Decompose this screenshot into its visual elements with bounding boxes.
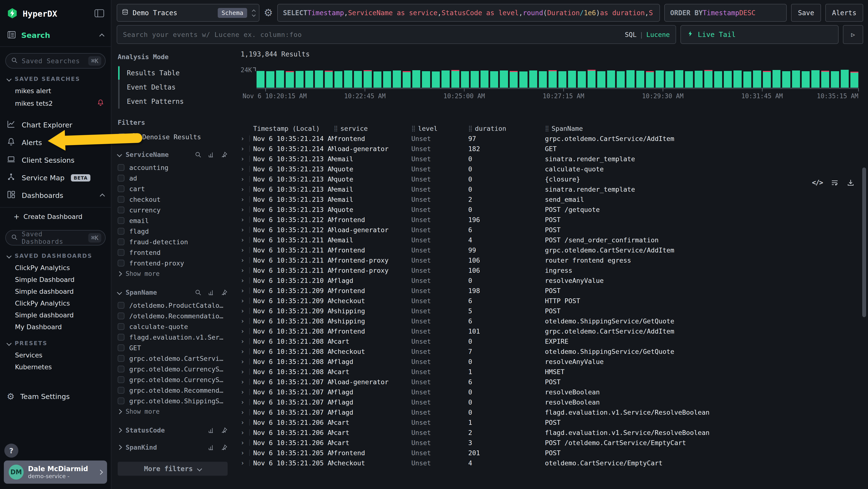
- checkbox[interactable]: [118, 313, 124, 319]
- column-header-timestamp-local-[interactable]: Timestamp (Local): [253, 125, 334, 132]
- row-expand-chevron[interactable]: ›: [241, 185, 249, 193]
- checkbox[interactable]: [118, 228, 124, 235]
- row-expand-chevron[interactable]: ›: [241, 327, 249, 335]
- histogram-bar[interactable]: [734, 70, 741, 88]
- histogram-bar[interactable]: [802, 71, 810, 88]
- checkbox[interactable]: [118, 238, 124, 245]
- sidebar-section-search[interactable]: Search: [0, 26, 111, 46]
- bar-chart-icon[interactable]: [208, 427, 215, 434]
- checkbox[interactable]: [118, 366, 124, 372]
- order-by-input[interactable]: ORDER BY Timestamp DESC: [664, 4, 787, 22]
- servicename-option[interactable]: checkout: [118, 194, 227, 205]
- histogram-bar[interactable]: [539, 71, 547, 88]
- row-expand-chevron[interactable]: ›: [241, 338, 249, 345]
- histogram-bar[interactable]: [296, 71, 304, 88]
- download-icon[interactable]: [847, 179, 855, 186]
- histogram-bar[interactable]: [792, 70, 800, 88]
- table-row[interactable]: ›Nov 6 10:35:21.208 AMfrontendUnset101gr…: [241, 326, 858, 336]
- language-toggle[interactable]: SQL|Lucene: [625, 31, 670, 38]
- table-row[interactable]: ›Nov 6 10:35:21.211 AMfrontend-proxyUnse…: [241, 265, 858, 276]
- code-view-icon[interactable]: </>: [812, 179, 823, 186]
- sidebar-collapse-icon[interactable]: [94, 9, 104, 18]
- histogram-bar[interactable]: [588, 70, 595, 88]
- histogram-bar[interactable]: [256, 71, 265, 88]
- table-row[interactable]: ›Nov 6 10:35:21.208 AMcartUnset1HMSET: [241, 367, 858, 377]
- table-row[interactable]: ›Nov 6 10:35:21.209 AMfrontendUnset198PO…: [241, 286, 858, 296]
- histogram-bar[interactable]: [422, 71, 430, 88]
- preset-item[interactable]: Kubernetes: [0, 361, 111, 373]
- column-header-level[interactable]: ⣿level: [411, 125, 468, 132]
- sidebar-item-dashboards[interactable]: Dashboards: [0, 186, 111, 204]
- row-expand-chevron[interactable]: ›: [241, 368, 249, 375]
- histogram-bar[interactable]: [315, 70, 323, 88]
- saved-dashboard-item[interactable]: ClickPy Analytics: [0, 297, 111, 309]
- histogram-bar[interactable]: [704, 70, 712, 88]
- filter-group-servicename[interactable]: ServiceName: [118, 151, 227, 158]
- table-row[interactable]: ›Nov 6 10:35:21.207 AMflagdUnset0flagd.e…: [241, 407, 858, 417]
- histogram-bar[interactable]: [850, 72, 858, 88]
- histogram-bar[interactable]: [675, 70, 683, 88]
- drag-handle-icon[interactable]: ⣿: [411, 125, 415, 132]
- histogram-bar[interactable]: [461, 71, 469, 88]
- servicename-option[interactable]: flagd: [118, 226, 227, 236]
- histogram-bar[interactable]: [452, 70, 459, 88]
- table-row[interactable]: ›Nov 6 10:35:21.206 AMcartUnset2flagd.ev…: [241, 427, 858, 438]
- saved-searches-header[interactable]: SAVED SEARCHES: [0, 73, 111, 85]
- sidebar-item-team-settings[interactable]: ⚙ Team Settings: [0, 389, 111, 405]
- spanname-option[interactable]: grpc.oteldemo.CurrencyS…: [118, 364, 227, 374]
- histogram-bar[interactable]: [510, 71, 518, 88]
- analysis-mode-event-deltas[interactable]: Event Deltas: [120, 80, 227, 94]
- wrap-lines-icon[interactable]: [831, 179, 839, 186]
- denoise-results-option[interactable]: Denoise Results: [118, 133, 227, 141]
- histogram-bar[interactable]: [665, 71, 674, 88]
- table-row[interactable]: ›Nov 6 10:35:21.214 AMfrontendUnset97grp…: [241, 134, 858, 144]
- histogram-bar[interactable]: [364, 70, 372, 88]
- event-search-input[interactable]: Search your events w/ Lucene ex. column:…: [117, 25, 676, 44]
- pin-icon[interactable]: [221, 444, 227, 451]
- table-row[interactable]: ›Nov 6 10:35:21.212 AMfrontendUnset196PO…: [241, 214, 858, 225]
- checkbox[interactable]: [118, 196, 124, 203]
- histogram-bar[interactable]: [607, 70, 615, 88]
- histogram-bar[interactable]: [471, 71, 478, 88]
- row-expand-chevron[interactable]: ›: [241, 307, 249, 315]
- histogram-bar[interactable]: [354, 71, 362, 88]
- spanname-option[interactable]: grpc.oteldemo.ShippingS…: [118, 396, 227, 406]
- histogram-bar[interactable]: [441, 70, 450, 88]
- save-button[interactable]: Save: [791, 4, 821, 22]
- servicename-option[interactable]: email: [118, 215, 227, 226]
- histogram-bar[interactable]: [646, 71, 654, 88]
- table-row[interactable]: ›Nov 6 10:35:21.213 AMquoteUnset0calcula…: [241, 164, 858, 174]
- spanname-option[interactable]: calculate-quote: [118, 321, 227, 332]
- row-expand-chevron[interactable]: ›: [241, 378, 249, 385]
- histogram-bar[interactable]: [480, 70, 489, 88]
- row-expand-chevron[interactable]: ›: [241, 247, 249, 254]
- servicename-option[interactable]: accounting: [118, 162, 227, 173]
- servicename-option[interactable]: currency: [118, 205, 227, 215]
- checkbox[interactable]: [118, 185, 124, 192]
- histogram-bar[interactable]: [578, 71, 586, 88]
- table-row[interactable]: ›Nov 6 10:35:21.213 AMquoteUnset0{closur…: [241, 174, 858, 184]
- row-expand-chevron[interactable]: ›: [241, 297, 249, 304]
- histogram-bar[interactable]: [626, 70, 634, 88]
- user-menu[interactable]: DM Dale McDiarmid demo-service -: [4, 461, 107, 484]
- saved-dashboard-item[interactable]: Simple Dashboard: [0, 274, 111, 286]
- row-expand-chevron[interactable]: ›: [241, 389, 249, 396]
- saved-search-item[interactable]: mikes alert: [0, 85, 111, 97]
- histogram-bar[interactable]: [831, 71, 839, 88]
- row-expand-chevron[interactable]: ›: [241, 236, 249, 243]
- histogram-bar[interactable]: [325, 71, 333, 88]
- row-expand-chevron[interactable]: ›: [241, 317, 249, 325]
- row-expand-chevron[interactable]: ›: [241, 449, 249, 456]
- filter-group-spankind[interactable]: SpanKind: [118, 443, 227, 451]
- histogram-bar[interactable]: [821, 71, 829, 88]
- search-icon[interactable]: [195, 289, 202, 296]
- checkbox[interactable]: [118, 387, 124, 394]
- spanname-show-more[interactable]: Show more: [118, 406, 227, 417]
- spanname-option[interactable]: /oteldemo.Recommendatio…: [118, 311, 227, 321]
- histogram-bar[interactable]: [656, 70, 663, 88]
- row-expand-chevron[interactable]: ›: [241, 348, 249, 355]
- table-row[interactable]: ›Nov 6 10:35:21.205 AMfrontendUnset201PO…: [241, 448, 858, 458]
- row-expand-chevron[interactable]: ›: [241, 196, 249, 203]
- histogram-bar[interactable]: [490, 71, 498, 88]
- table-row[interactable]: ›Nov 6 10:35:21.212 AMload-generatorUnse…: [241, 225, 858, 235]
